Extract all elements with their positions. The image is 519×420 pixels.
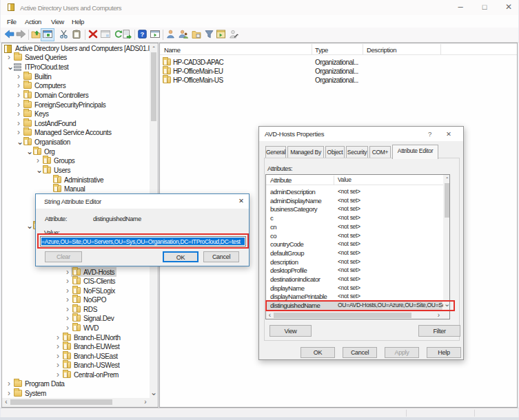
- svg-text:?: ?: [141, 30, 145, 38]
